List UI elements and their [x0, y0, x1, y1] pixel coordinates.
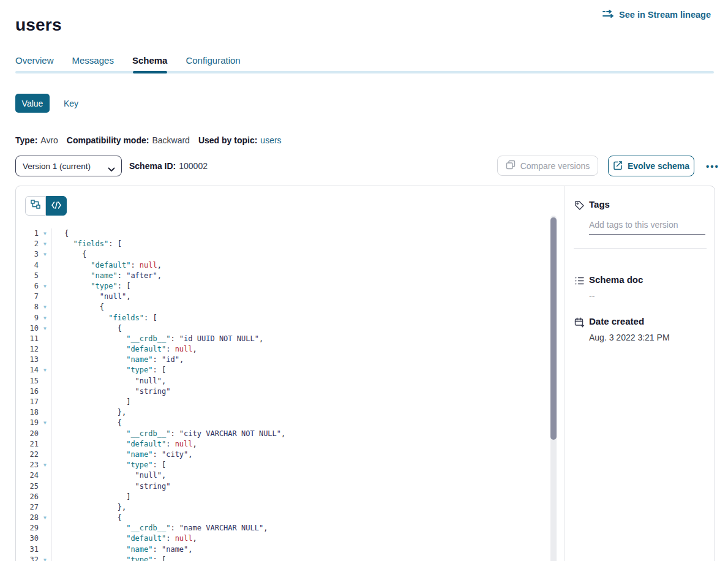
line-number: 23: [16, 460, 39, 470]
line-number: 22: [16, 450, 39, 460]
code-line: 19▼ {: [16, 418, 564, 428]
fold-arrow-icon[interactable]: ▼: [39, 239, 52, 249]
line-number: 8: [16, 302, 39, 312]
compare-versions-label: Compare versions: [520, 161, 590, 171]
code-line: 20 "__crdb__": "city VARCHAR NOT NULL",: [16, 429, 564, 439]
fold-arrow-icon[interactable]: ▼: [39, 323, 52, 334]
line-number: 1: [16, 228, 39, 239]
fold-gutter: [39, 334, 52, 344]
code-line: 15 "null",: [16, 376, 564, 386]
page-title: users: [15, 15, 62, 35]
line-number: 24: [16, 470, 39, 481]
schema-code-editor[interactable]: 1▼{2▼ "fields": [3▼ {4 "default": null,5…: [16, 228, 564, 561]
fold-arrow-icon[interactable]: ▼: [39, 302, 52, 312]
fold-arrow-icon[interactable]: ▼: [39, 281, 52, 292]
fold-arrow-icon[interactable]: ▼: [39, 513, 52, 523]
fold-gutter: [39, 544, 52, 555]
line-number: 11: [16, 334, 39, 344]
tags-heading: Tags: [589, 199, 610, 209]
tab-schema[interactable]: Schema: [132, 55, 168, 66]
line-number: 9: [16, 313, 39, 323]
line-number: 3: [16, 249, 39, 260]
used-by-topic-label: Used by topic:: [198, 135, 257, 145]
fold-arrow-icon[interactable]: ▼: [39, 418, 52, 428]
code-line: 13 "name": "id",: [16, 355, 564, 365]
code-line: 1▼{: [16, 228, 564, 239]
line-number: 2: [16, 239, 39, 249]
scrollbar-thumb[interactable]: [550, 217, 557, 440]
tab-messages[interactable]: Messages: [72, 55, 114, 66]
line-number: 28: [16, 513, 39, 523]
code-line: 29 "__crdb__": "name VARCHAR NULL",: [16, 523, 564, 533]
code-line: 11 "__crdb__": "id UUID NOT NULL",: [16, 334, 564, 344]
tab-configuration[interactable]: Configuration: [186, 55, 240, 66]
fold-arrow-icon[interactable]: ▼: [39, 555, 52, 561]
schema-page: users See in Stream lineage Overview Mes…: [0, 0, 728, 561]
line-number: 5: [16, 271, 39, 281]
line-number: 31: [16, 544, 39, 555]
fold-gutter: [39, 523, 52, 533]
fold-gutter: [39, 344, 52, 355]
fold-gutter: [39, 429, 52, 439]
code-view-icon: [51, 200, 61, 211]
compatibility-label: Compatibility mode:: [67, 135, 149, 145]
tree-view-button[interactable]: [25, 196, 46, 216]
code-line: 18 },: [16, 407, 564, 418]
evolve-schema-label: Evolve schema: [628, 161, 689, 171]
evolve-schema-button[interactable]: Evolve schema: [608, 156, 694, 176]
fold-gutter: [39, 502, 52, 513]
line-number: 32: [16, 555, 39, 561]
more-options-button[interactable]: •••: [702, 156, 724, 176]
editor-scrollbar[interactable]: [550, 216, 557, 561]
code-line: 5 "name": "after",: [16, 271, 564, 281]
code-line: 25 "string": [16, 481, 564, 492]
code-line: 7 "null",: [16, 292, 564, 302]
line-number: 6: [16, 281, 39, 292]
code-line: 32▼ "type": [: [16, 555, 564, 561]
code-line: 6▼ "type": [: [16, 281, 564, 292]
schema-id-label: Schema ID:: [129, 161, 176, 171]
line-number: 18: [16, 407, 39, 418]
sidebar-divider: [574, 248, 707, 249]
stream-lineage-label: See in Stream lineage: [619, 10, 711, 20]
fold-gutter: [39, 407, 52, 418]
compare-versions-button[interactable]: Compare versions: [497, 156, 598, 176]
fold-arrow-icon[interactable]: ▼: [39, 460, 52, 470]
value-toggle-button[interactable]: Value: [15, 94, 50, 113]
line-number: 13: [16, 355, 39, 365]
version-select[interactable]: Version 1 (current): [15, 156, 122, 176]
fold-arrow-icon[interactable]: ▼: [39, 365, 52, 375]
date-created-heading: Date created: [589, 316, 644, 326]
tab-overview[interactable]: Overview: [15, 55, 54, 66]
code-line: 12 "default": null,: [16, 344, 564, 355]
line-number: 16: [16, 386, 39, 397]
line-number: 20: [16, 429, 39, 439]
schema-sidebar: Tags Schema doc --: [564, 186, 715, 561]
code-line: 9▼ "fields": [: [16, 313, 564, 323]
schema-doc-icon: [574, 276, 585, 288]
fold-gutter: [39, 376, 52, 386]
key-toggle-button[interactable]: Key: [59, 94, 83, 113]
fold-gutter: [39, 470, 52, 481]
code-line: 14▼ "type": [: [16, 365, 564, 375]
edit-icon: [613, 160, 623, 172]
fold-gutter: [39, 397, 52, 407]
fold-gutter: [39, 492, 52, 502]
fold-arrow-icon[interactable]: ▼: [39, 313, 52, 323]
fold-arrow-icon[interactable]: ▼: [39, 249, 52, 260]
code-view-button[interactable]: [46, 196, 67, 216]
tab-underline: [15, 71, 714, 73]
fold-gutter: [39, 450, 52, 460]
version-toolbar: Version 1 (current) Schema ID: 100002 Co…: [0, 156, 728, 176]
add-tags-input[interactable]: [589, 219, 705, 235]
fold-arrow-icon[interactable]: ▼: [39, 228, 52, 239]
schema-doc-value: --: [589, 291, 595, 301]
tab-bar: Overview Messages Schema Configuration: [15, 55, 241, 66]
fold-gutter: [39, 260, 52, 271]
stream-lineage-link[interactable]: See in Stream lineage: [602, 9, 711, 20]
topic-link[interactable]: users: [260, 135, 281, 145]
fold-gutter: [39, 271, 52, 281]
schema-panel: 1▼{2▼ "fields": [3▼ {4 "default": null,5…: [15, 186, 715, 561]
schema-doc-heading: Schema doc: [589, 274, 643, 285]
code-line: 16 "string": [16, 386, 564, 397]
